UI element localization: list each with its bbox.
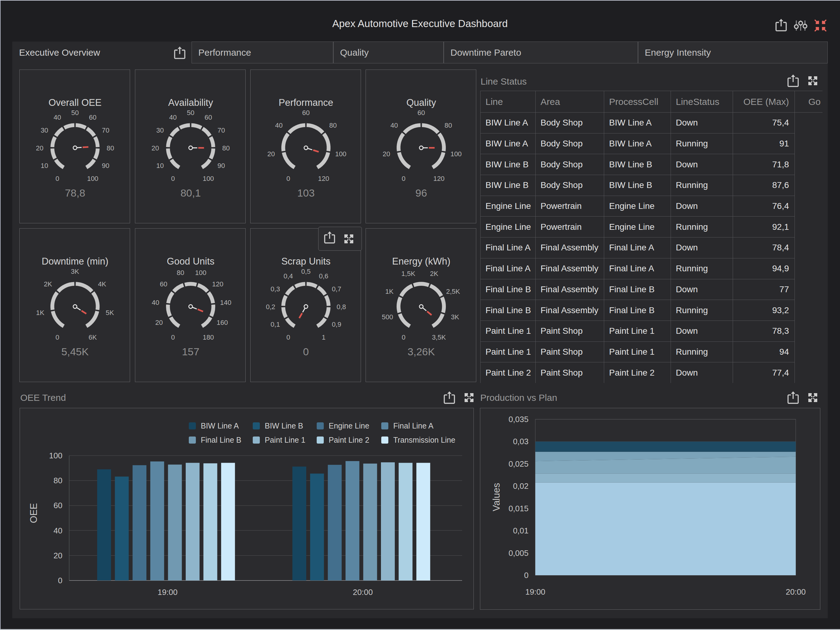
- svg-text:0,025: 0,025: [508, 459, 529, 469]
- svg-text:0: 0: [401, 334, 405, 341]
- svg-text:0: 0: [286, 175, 290, 182]
- svg-text:60: 60: [418, 109, 425, 117]
- svg-text:19:00: 19:00: [158, 587, 177, 597]
- svg-text:1K: 1K: [36, 309, 44, 317]
- svg-text:70: 70: [102, 127, 109, 134]
- svg-text:70: 70: [217, 127, 225, 134]
- svg-text:40: 40: [275, 122, 283, 129]
- svg-text:40: 40: [54, 526, 62, 535]
- svg-text:Energy (kWh): Energy (kWh): [392, 256, 450, 267]
- svg-text:157: 157: [182, 346, 199, 358]
- svg-text:78,8: 78,8: [65, 187, 85, 199]
- svg-text:20: 20: [36, 144, 43, 152]
- svg-text:10: 10: [41, 162, 48, 169]
- svg-text:Final Line A: Final Line A: [393, 421, 434, 430]
- svg-text:100: 100: [49, 451, 62, 460]
- svg-text:Paint Line 1: Paint Line 1: [265, 435, 305, 444]
- svg-text:100: 100: [450, 150, 462, 158]
- svg-text:Transmission Line: Transmission Line: [393, 435, 455, 444]
- svg-text:90: 90: [102, 162, 109, 169]
- svg-text:1K: 1K: [385, 288, 393, 295]
- svg-text:20: 20: [54, 551, 62, 560]
- svg-text:0,6: 0,6: [319, 272, 328, 280]
- svg-text:500: 500: [382, 313, 393, 321]
- svg-text:BIW Line A: BIW Line A: [201, 421, 239, 430]
- svg-text:Overall OEE: Overall OEE: [49, 97, 101, 108]
- svg-text:0: 0: [401, 175, 405, 182]
- svg-text:3K: 3K: [451, 313, 459, 321]
- svg-text:10: 10: [156, 162, 164, 169]
- svg-text:80: 80: [177, 269, 184, 277]
- svg-text:30: 30: [156, 127, 164, 134]
- svg-text:2,5K: 2,5K: [446, 288, 460, 295]
- svg-text:0,9: 0,9: [332, 321, 341, 328]
- svg-text:0,7: 0,7: [332, 285, 341, 293]
- svg-text:0,015: 0,015: [508, 504, 529, 513]
- svg-text:40: 40: [169, 114, 177, 121]
- svg-text:0,035: 0,035: [508, 415, 529, 424]
- svg-text:Paint Line 2: Paint Line 2: [329, 435, 369, 444]
- svg-text:0,5: 0,5: [301, 268, 311, 275]
- svg-text:50: 50: [187, 109, 194, 117]
- svg-text:0,01: 0,01: [513, 526, 529, 535]
- svg-text:6K: 6K: [88, 334, 97, 341]
- svg-text:80: 80: [222, 144, 230, 152]
- svg-text:20: 20: [383, 150, 390, 158]
- svg-text:Downtime (min): Downtime (min): [41, 256, 108, 267]
- svg-text:Scrap Units: Scrap Units: [281, 256, 330, 267]
- svg-text:20:00: 20:00: [786, 587, 805, 597]
- svg-text:0: 0: [286, 334, 290, 341]
- svg-text:100: 100: [87, 175, 98, 182]
- svg-text:0,3: 0,3: [271, 285, 280, 293]
- svg-text:Final Line B: Final Line B: [201, 435, 242, 444]
- svg-text:40: 40: [152, 299, 159, 306]
- svg-text:Quality: Quality: [406, 97, 436, 108]
- svg-text:100: 100: [335, 150, 346, 158]
- svg-text:120: 120: [212, 280, 224, 288]
- svg-text:0,02: 0,02: [513, 481, 529, 491]
- svg-text:140: 140: [220, 299, 232, 306]
- svg-text:3,5K: 3,5K: [432, 334, 446, 341]
- svg-text:0,03: 0,03: [513, 437, 529, 446]
- svg-text:80: 80: [329, 122, 337, 129]
- svg-text:120: 120: [433, 175, 445, 182]
- svg-text:4K: 4K: [98, 280, 106, 288]
- svg-text:Availability: Availability: [168, 97, 213, 108]
- svg-text:0: 0: [55, 334, 59, 341]
- svg-text:60: 60: [54, 501, 62, 510]
- svg-text:3,26K: 3,26K: [408, 346, 435, 358]
- svg-text:0: 0: [524, 571, 529, 580]
- svg-text:80: 80: [107, 144, 114, 152]
- svg-text:Engine Line: Engine Line: [329, 421, 369, 430]
- svg-text:0: 0: [171, 334, 175, 341]
- svg-text:20: 20: [155, 319, 163, 326]
- svg-text:30: 30: [41, 127, 48, 134]
- svg-text:0,4: 0,4: [284, 272, 293, 280]
- svg-text:80,1: 80,1: [180, 187, 201, 199]
- svg-text:0: 0: [58, 576, 62, 585]
- svg-text:Performance: Performance: [279, 97, 333, 108]
- svg-text:100: 100: [203, 175, 214, 182]
- svg-text:3K: 3K: [71, 268, 79, 275]
- svg-text:20: 20: [267, 150, 275, 158]
- svg-text:Good Units: Good Units: [167, 256, 214, 267]
- svg-text:40: 40: [54, 114, 61, 121]
- svg-text:160: 160: [216, 319, 228, 326]
- svg-text:5K: 5K: [106, 309, 114, 317]
- svg-text:2K: 2K: [430, 270, 439, 277]
- svg-text:0,005: 0,005: [508, 548, 529, 558]
- svg-text:80: 80: [445, 122, 452, 129]
- svg-text:2K: 2K: [44, 280, 52, 288]
- svg-text:1: 1: [322, 334, 325, 341]
- svg-text:20: 20: [152, 144, 159, 152]
- svg-text:50: 50: [71, 109, 79, 117]
- svg-text:80: 80: [54, 476, 62, 485]
- svg-text:96: 96: [415, 187, 427, 199]
- svg-text:0,2: 0,2: [266, 303, 275, 311]
- svg-text:Values: Values: [491, 483, 502, 511]
- svg-text:0: 0: [303, 346, 309, 358]
- svg-text:0: 0: [171, 175, 175, 182]
- svg-text:103: 103: [297, 187, 315, 199]
- svg-text:20:00: 20:00: [353, 587, 373, 597]
- svg-text:60: 60: [160, 280, 167, 288]
